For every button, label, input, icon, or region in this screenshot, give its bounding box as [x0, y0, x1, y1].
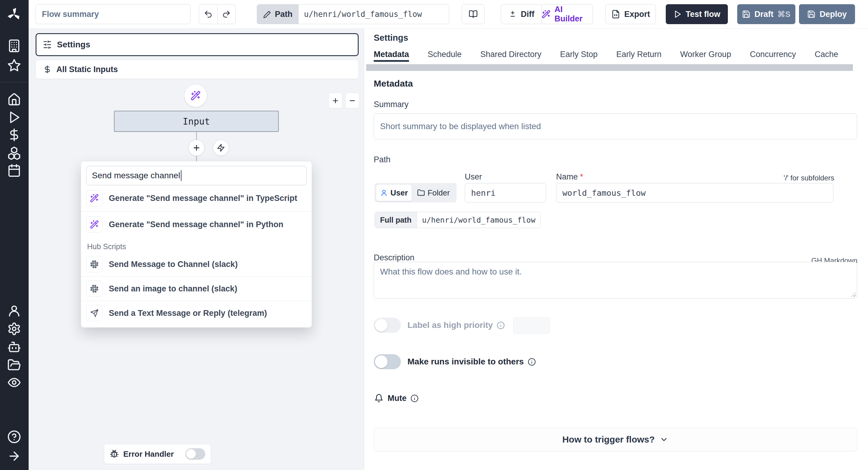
invisible-runs-toggle[interactable] [374, 354, 401, 369]
expand-sidebar-arrow-icon[interactable] [7, 449, 21, 463]
invisible-runs-label: Make runs invisible to others [407, 357, 524, 366]
high-priority-toggle[interactable] [374, 318, 401, 333]
name-input[interactable] [556, 183, 833, 202]
result-label: Send an image to channel (slack) [109, 284, 237, 294]
owner-kind-user-label: User [391, 188, 408, 198]
deploy-button[interactable]: Deploy [799, 4, 855, 24]
zoom-in-button[interactable]: + [329, 93, 342, 108]
draft-label: Draft [754, 10, 773, 19]
result-slack-send-message[interactable]: Send Message to Channel (slack) [81, 252, 312, 276]
chevron-down-icon [659, 435, 669, 444]
bell-icon[interactable] [374, 394, 383, 403]
wand-icon [86, 216, 102, 233]
edit-path-button[interactable]: Path [257, 4, 299, 24]
tab-cache[interactable]: Cache [815, 47, 838, 62]
user-input[interactable] [465, 183, 546, 202]
docs-button[interactable] [462, 4, 485, 24]
info-icon[interactable] [410, 394, 418, 403]
text-caret [181, 170, 181, 181]
settings-panel: Settings Metadata Schedule Shared Direct… [364, 29, 868, 470]
result-slack-send-image[interactable]: Send an image to channel (slack) [81, 276, 312, 301]
tab-early-return[interactable]: Early Return [616, 47, 661, 62]
ai-builder-label: AI Builder [555, 5, 592, 24]
runs-play-icon[interactable] [7, 110, 21, 124]
workers-bot-icon[interactable] [7, 340, 21, 354]
summary-input[interactable] [374, 113, 857, 139]
home-icon[interactable] [7, 93, 21, 107]
flow-summary-input[interactable] [36, 4, 190, 24]
zap-icon [217, 144, 225, 152]
result-telegram-send-message[interactable]: Send a Text Message or Reply (telegram) [81, 301, 312, 325]
deploy-label: Deploy [819, 10, 846, 19]
draft-shortcut: ⌘S [777, 10, 790, 19]
diff-label: Diff [521, 10, 534, 19]
diff-icon [508, 10, 517, 19]
undo-button[interactable] [199, 4, 218, 24]
path-label: Path [275, 10, 293, 19]
info-icon[interactable] [497, 321, 505, 329]
step-picker-dropdown: Send message channel Generate "Send mess… [81, 161, 312, 328]
favorites-star-icon[interactable] [7, 59, 21, 72]
all-static-inputs-button[interactable]: All Static Inputs [36, 60, 359, 79]
tab-worker-group[interactable]: Worker Group [680, 47, 731, 62]
description-textarea[interactable] [374, 262, 857, 299]
plus-icon [192, 144, 201, 152]
priority-value-input[interactable] [513, 317, 550, 334]
tab-shared-directory[interactable]: Shared Directory [480, 47, 541, 62]
folders-icon[interactable] [7, 358, 21, 372]
result-generate-typescript[interactable]: Generate "Send message channel" in TypeS… [81, 185, 312, 211]
error-handler-node[interactable]: Error Handler [104, 444, 211, 464]
settings-tabs: Metadata Schedule Shared Directory Early… [374, 47, 868, 62]
subfolders-hint: '/' for subfolders [784, 174, 834, 182]
tab-concurrency[interactable]: Concurrency [750, 47, 796, 62]
step-search-value: Send message channel [92, 171, 180, 180]
variables-dollar-icon[interactable] [7, 128, 21, 142]
result-label: Send Message to Channel (slack) [109, 260, 238, 269]
how-to-trigger-flows-button[interactable]: How to trigger flows? [374, 428, 857, 451]
resources-boxes-icon[interactable] [7, 146, 21, 160]
error-handler-toggle[interactable] [185, 448, 205, 460]
how-to-trigger-flows-label: How to trigger flows? [562, 434, 655, 445]
sliders-icon [43, 40, 52, 49]
tabs-scrollbar[interactable] [366, 64, 853, 71]
all-static-inputs-label: All Static Inputs [56, 65, 118, 74]
info-icon[interactable] [528, 358, 536, 366]
tab-schedule[interactable]: Schedule [428, 47, 462, 62]
folder-icon [417, 189, 425, 197]
owner-kind-folder-button[interactable]: Folder [412, 185, 455, 201]
redo-icon [222, 10, 231, 19]
diff-button[interactable]: Diff [501, 4, 542, 24]
metadata-heading: Metadata [374, 79, 413, 89]
input-node[interactable]: Input [114, 111, 279, 132]
settings-gear-icon[interactable] [7, 322, 21, 336]
redo-button[interactable] [218, 4, 236, 24]
users-icon[interactable] [7, 304, 21, 318]
windmill-logo-icon[interactable] [6, 7, 22, 22]
ai-builder-button[interactable]: AI Builder [541, 4, 593, 24]
workspace-building-icon[interactable] [7, 39, 21, 53]
draft-button[interactable]: Draft ⌘S [737, 4, 795, 24]
result-generate-python[interactable]: Generate "Send message channel" in Pytho… [81, 211, 312, 237]
path-value-input[interactable]: u/henri/world_famous_flow [299, 4, 449, 24]
schedules-calendar-icon[interactable] [7, 164, 21, 177]
tab-metadata[interactable]: Metadata [374, 47, 409, 62]
test-flow-button[interactable]: Test flow [666, 4, 728, 24]
user-icon [380, 189, 388, 197]
save-icon [807, 10, 815, 19]
export-button[interactable]: Export [606, 4, 656, 24]
audit-eye-icon[interactable] [7, 376, 21, 389]
undo-icon [204, 10, 213, 19]
step-search-input[interactable]: Send message channel [86, 166, 307, 185]
undo-redo-group [199, 4, 236, 24]
add-trigger-button[interactable] [213, 140, 229, 156]
flow-settings-button[interactable]: Settings [36, 33, 359, 56]
add-step-button[interactable] [188, 140, 205, 156]
tab-early-stop[interactable]: Early Stop [560, 47, 598, 62]
high-priority-row: Label as high priority [374, 318, 505, 333]
zoom-out-button[interactable]: − [345, 93, 359, 108]
owner-kind-user-button[interactable]: User [376, 185, 412, 201]
full-path-row: Full path u/henri/world_famous_flow [375, 212, 541, 228]
ai-flow-builder-button[interactable] [184, 84, 207, 107]
hub-scripts-section-label: Hub Scripts [81, 237, 312, 252]
help-icon[interactable] [7, 430, 21, 444]
